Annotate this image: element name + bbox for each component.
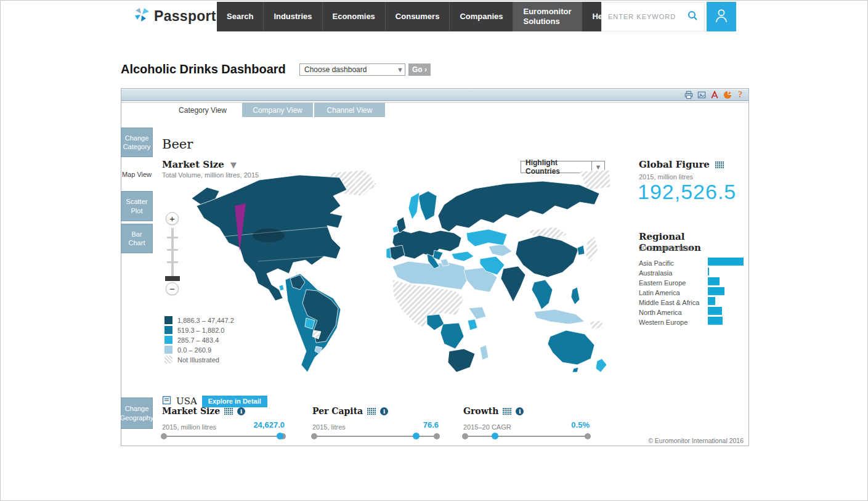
info-icon[interactable]: i — [237, 407, 245, 415]
zoom-in-button[interactable]: + — [166, 212, 179, 225]
map-region-indochina — [532, 280, 553, 309]
search-icon[interactable] — [687, 10, 698, 23]
region-row: Western Europe — [639, 316, 744, 326]
slider-min-dot — [161, 433, 167, 439]
map-region-ireland — [392, 226, 399, 233]
zoom-slider-track[interactable] — [171, 228, 174, 276]
scatter-plot-button[interactable]: Scatter Plot — [121, 191, 153, 221]
help-icon[interactable]: ? — [736, 91, 745, 100]
map-region-philippines — [571, 287, 580, 304]
category-title: Beer — [162, 137, 193, 152]
regional-comparison-subtitle: 2015, million litres — [639, 245, 693, 252]
chevron-down-icon: ▼ — [397, 67, 404, 73]
choose-dashboard-select[interactable]: Choose dashboard ▼ — [299, 63, 405, 76]
slider-max-dot — [434, 433, 440, 439]
bar-chart-button[interactable]: Bar Chart — [121, 224, 153, 253]
slider-value-handle[interactable] — [413, 433, 420, 439]
map-region-central-asia — [489, 244, 512, 256]
snapshot-icon[interactable] — [697, 91, 706, 100]
print-icon[interactable] — [684, 91, 693, 100]
user-icon — [713, 7, 729, 26]
map-region-indonesia — [534, 309, 585, 324]
map-region-png — [590, 320, 603, 329]
metric-slider — [162, 433, 285, 439]
region-bar[interactable] — [708, 277, 720, 285]
global-figure-value: 192,526.5 — [638, 180, 736, 204]
region-row: Latin America — [639, 287, 744, 296]
nav-item-euromonitor-solutions[interactable]: Euromonitor Solutions — [513, 2, 582, 31]
slider-value-handle[interactable] — [277, 433, 283, 439]
slider-max-dot — [585, 433, 591, 439]
map-region-japan — [586, 237, 598, 263]
nav-item-companies[interactable]: Companies — [449, 2, 513, 31]
legend-swatch-band4 — [164, 346, 172, 354]
region-bar[interactable] — [708, 267, 709, 275]
nav-item-economies[interactable]: Economies — [322, 2, 385, 31]
legend-label: 0.0 – 260.9 — [177, 346, 211, 354]
nav-item-consumers[interactable]: Consumers — [385, 2, 450, 31]
region-bar[interactable] — [708, 307, 722, 315]
data-grid-icon[interactable] — [224, 408, 233, 415]
metric-slider — [312, 433, 439, 439]
zoom-slider-handle[interactable] — [165, 276, 180, 281]
passport-logo[interactable]: Passport — [134, 7, 216, 25]
info-icon[interactable]: i — [516, 407, 524, 415]
global-figure-title: Global Figure — [639, 159, 724, 170]
regional-comparison-chart: Asia Pacific Australasia Eastern Europe … — [639, 257, 744, 326]
legend-label: Not Illustrated — [177, 356, 219, 364]
nav-item-search[interactable]: Search — [217, 2, 263, 31]
map-region-south-africa — [448, 349, 475, 372]
nav-menu: Search Industries Economies Consumers Co… — [217, 2, 620, 31]
info-icon[interactable]: i — [380, 407, 388, 415]
metric-growth: Growth i 2015–20 CAGR 0.5% — [463, 406, 590, 439]
region-row: Middle East & Africa — [639, 296, 744, 306]
map-legend: 1,886.3 – 47,447.2 519.3 – 1,882.0 285.7… — [164, 316, 234, 365]
keyword-search-input[interactable] — [608, 13, 687, 20]
data-grid-icon[interactable] — [367, 408, 376, 415]
zoom-out-button[interactable]: − — [166, 282, 179, 295]
slider-track — [162, 436, 285, 437]
region-row: Asia Pacific — [639, 257, 744, 267]
pdf-export-icon[interactable] — [710, 91, 719, 100]
region-row: Australasia — [639, 267, 744, 277]
user-account-button[interactable] — [707, 2, 736, 31]
slider-track — [312, 436, 439, 437]
map-region-belize — [279, 285, 284, 291]
metric-slider — [463, 433, 590, 439]
tab-category-view[interactable]: Category View — [164, 103, 241, 117]
nav-item-industries[interactable]: Industries — [263, 2, 322, 31]
region-bar[interactable] — [708, 317, 723, 325]
world-map[interactable] — [185, 169, 610, 378]
keyword-search-box — [601, 2, 705, 31]
slider-value-handle[interactable] — [492, 433, 498, 439]
region-bar[interactable] — [708, 258, 744, 266]
slider-min-dot — [462, 433, 468, 439]
change-category-button[interactable]: Change Category — [121, 128, 153, 157]
data-grid-icon[interactable] — [715, 161, 724, 168]
map-zoom-control: + − — [164, 212, 180, 298]
logo-text: Passport — [154, 8, 216, 25]
explore-in-detail-button[interactable]: Explore in Detail — [202, 396, 267, 407]
map-view-label[interactable]: Map View — [121, 171, 153, 178]
legend-label: 519.3 – 1,882.0 — [177, 327, 224, 334]
tab-channel-view[interactable]: Channel View — [314, 103, 385, 117]
map-region-sweden-finland — [418, 191, 437, 221]
country-report-icon[interactable] — [162, 396, 171, 407]
selected-country-name: USA — [176, 396, 197, 407]
chevron-down-icon: ▼ — [230, 161, 237, 169]
dashboard-panel: ? Category View Company View Channel Vie… — [121, 88, 749, 446]
map-region-new-zealand — [596, 359, 607, 372]
map-region-drc-angola — [440, 323, 464, 349]
legend-swatch-band3 — [164, 336, 172, 344]
region-bar[interactable] — [708, 287, 724, 295]
legend-swatch-not-illustrated — [164, 356, 172, 364]
slider-min-dot — [311, 433, 317, 439]
region-bar[interactable] — [708, 297, 715, 305]
change-geography-button[interactable]: Change Geography — [121, 397, 153, 429]
data-grid-icon[interactable] — [503, 408, 511, 415]
metric-value: 0.5% — [571, 420, 590, 430]
map-region-norway — [408, 192, 420, 219]
go-button[interactable]: Go › — [408, 63, 431, 76]
tab-company-view[interactable]: Company View — [241, 103, 313, 117]
chart-export-icon[interactable] — [723, 91, 732, 100]
